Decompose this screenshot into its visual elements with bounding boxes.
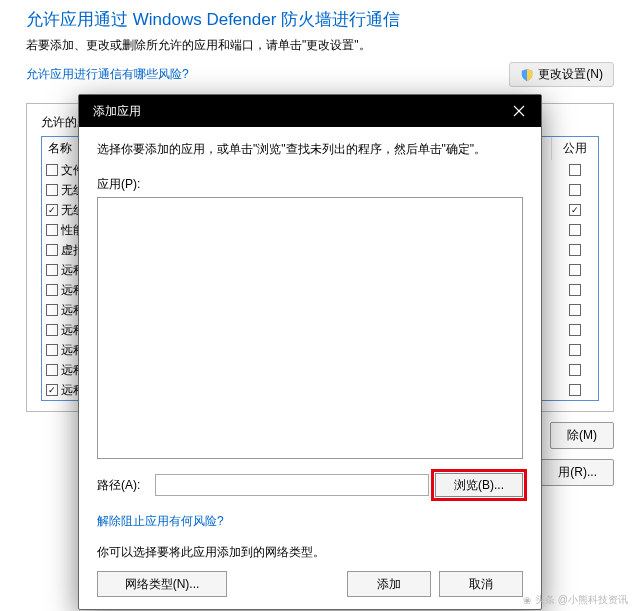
checkbox-icon[interactable] xyxy=(569,264,581,276)
checkbox-icon[interactable] xyxy=(46,344,58,356)
close-button[interactable] xyxy=(497,95,541,127)
checkbox-icon[interactable] xyxy=(569,224,581,236)
toutiao-icon: ❀ xyxy=(523,595,531,606)
checkbox-icon[interactable] xyxy=(46,264,58,276)
checkbox-icon[interactable] xyxy=(569,324,581,336)
checkbox-icon[interactable] xyxy=(569,244,581,256)
checkbox-icon[interactable] xyxy=(569,164,581,176)
risk-link[interactable]: 允许应用进行通信有哪些风险? xyxy=(26,66,189,83)
checkbox-icon[interactable] xyxy=(46,164,58,176)
page-subtitle: 若要添加、更改或删除所允许的应用和端口，请单击"更改设置"。 xyxy=(26,37,614,54)
checkbox-icon[interactable] xyxy=(46,284,58,296)
watermark: ❀ 头条 @小熊科技资讯 xyxy=(523,593,628,607)
change-settings-label: 更改设置(N) xyxy=(538,66,603,83)
add-app-dialog: 添加应用 选择你要添加的应用，或单击"浏览"查找未列出的程序，然后单击"确定"。… xyxy=(78,94,542,610)
browse-button[interactable]: 浏览(B)... xyxy=(435,473,523,497)
unblock-risk-link[interactable]: 解除阻止应用有何风险? xyxy=(97,513,523,530)
dialog-titlebar: 添加应用 xyxy=(79,95,541,127)
add-button[interactable]: 添加 xyxy=(347,571,431,597)
dialog-instruction: 选择你要添加的应用，或单击"浏览"查找未列出的程序，然后单击"确定"。 xyxy=(97,141,523,158)
column-header-public[interactable]: 公用 xyxy=(552,137,598,160)
checkbox-icon[interactable] xyxy=(46,384,58,396)
apps-listbox[interactable] xyxy=(97,197,523,459)
apps-label: 应用(P): xyxy=(97,176,523,193)
checkbox-icon[interactable] xyxy=(46,184,58,196)
page-title: 允许应用通过 Windows Defender 防火墙进行通信 xyxy=(26,8,614,31)
checkbox-icon[interactable] xyxy=(569,304,581,316)
checkbox-icon[interactable] xyxy=(569,184,581,196)
remove-button[interactable]: 除(M) xyxy=(550,422,614,449)
network-type-button[interactable]: 网络类型(N)... xyxy=(97,571,227,597)
checkbox-icon[interactable] xyxy=(46,304,58,316)
dialog-title: 添加应用 xyxy=(93,103,141,120)
checkbox-icon[interactable] xyxy=(46,364,58,376)
allow-another-app-button[interactable]: 用(R)... xyxy=(541,459,614,486)
cancel-button[interactable]: 取消 xyxy=(439,571,523,597)
checkbox-icon[interactable] xyxy=(46,204,58,216)
checkbox-icon[interactable] xyxy=(46,224,58,236)
shield-icon xyxy=(520,68,534,82)
checkbox-icon[interactable] xyxy=(569,344,581,356)
close-icon xyxy=(513,105,525,117)
checkbox-icon[interactable] xyxy=(569,204,581,216)
checkbox-icon[interactable] xyxy=(569,384,581,396)
checkbox-icon[interactable] xyxy=(569,364,581,376)
path-label: 路径(A): xyxy=(97,477,149,494)
change-settings-button[interactable]: 更改设置(N) xyxy=(509,62,614,87)
browse-label: 浏览(B)... xyxy=(454,478,504,492)
checkbox-icon[interactable] xyxy=(46,324,58,336)
checkbox-icon[interactable] xyxy=(569,284,581,296)
checkbox-icon[interactable] xyxy=(46,244,58,256)
network-type-text: 你可以选择要将此应用添加到的网络类型。 xyxy=(97,544,523,561)
path-input[interactable] xyxy=(155,474,429,496)
